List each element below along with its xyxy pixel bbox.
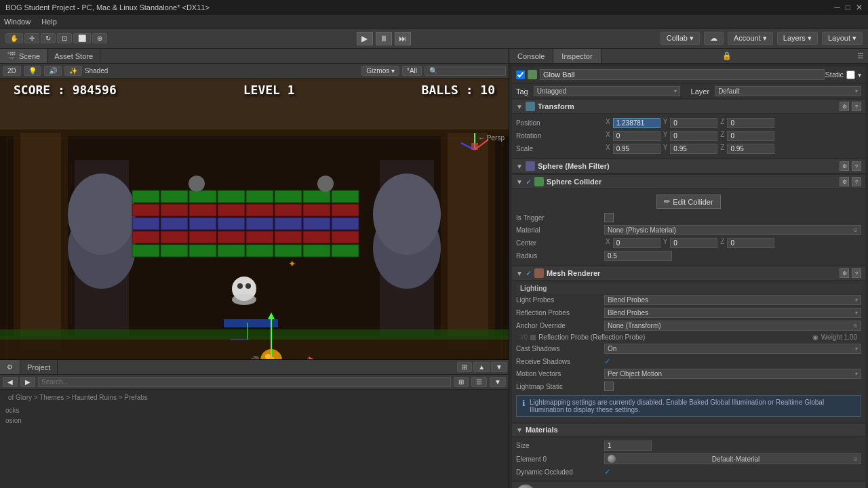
transform-header[interactable]: ▼ Transform ⚙ ? [512, 100, 865, 114]
reflection-probes-dropdown[interactable]: Blend Probes ▾ [604, 308, 861, 318]
reflection-probes-row: Reflection Probes Blend Probes ▾ [516, 306, 861, 319]
anchor-override-dropdown[interactable]: None (Transform) ⊙ [604, 321, 861, 331]
audio-toggle[interactable]: 🔊 [44, 66, 62, 76]
scale-x[interactable] [613, 144, 660, 154]
transform-settings[interactable]: ⚙ [840, 102, 849, 111]
receive-shadows-check[interactable] [604, 357, 610, 366]
transform-tool[interactable]: ⊕ [92, 33, 107, 43]
materials-header[interactable]: ▼ Materials [512, 424, 865, 436]
account-button[interactable]: Account ▾ [728, 32, 773, 45]
maximize-btn[interactable]: □ [846, 3, 850, 12]
lightmap-static-check[interactable] [604, 382, 614, 391]
step-button[interactable]: ⏭ [395, 32, 411, 45]
svg-rect-15 [132, 190, 159, 203]
svg-rect-6 [448, 133, 488, 350]
center-y[interactable] [670, 238, 717, 248]
sphere-collider-settings[interactable]: ⚙ [840, 177, 849, 186]
mesh-renderer-header[interactable]: ▼ ✓ Mesh Renderer ⚙ ? [512, 266, 865, 281]
transform-section: ▼ Transform ⚙ ? Position X Y [512, 100, 865, 158]
fwd-btn[interactable]: ▶ [20, 377, 35, 387]
rotation-y[interactable] [670, 131, 717, 141]
static-checkbox[interactable] [846, 70, 855, 79]
radius-input[interactable] [604, 251, 672, 261]
layers-button[interactable]: Layers ▾ [777, 32, 818, 45]
bottom-search-btn[interactable]: ▲ [473, 362, 490, 372]
bottom-more-btn[interactable]: ▼ [491, 362, 507, 372]
is-trigger-checkbox[interactable] [604, 213, 614, 222]
light-probes-dropdown[interactable]: Blend Probes ▾ [604, 295, 861, 305]
position-x[interactable] [613, 118, 660, 128]
tab-project[interactable]: Project [20, 360, 58, 374]
rect-tool[interactable]: ⬜ [73, 33, 91, 43]
rotate-tool[interactable]: ↻ [41, 33, 56, 43]
search-input[interactable] [38, 377, 451, 387]
collab-button[interactable]: Collab ▾ [660, 32, 700, 45]
bottom-expand-btn[interactable]: ⊞ [457, 362, 472, 372]
tag-dropdown[interactable]: Untagged ▾ [534, 86, 680, 96]
edit-collider-btn[interactable]: ✏ Edit Collider [656, 195, 720, 209]
inspector-menu-btn[interactable]: ☰ [853, 50, 868, 62]
mesh-filter-more[interactable]: ? [852, 161, 861, 171]
size-input[interactable] [604, 441, 652, 451]
list-view-btn[interactable]: ☰ [471, 377, 487, 387]
tab-asset-store[interactable]: Asset Store [47, 49, 100, 63]
mesh-filter-header[interactable]: ▼ Sphere (Mesh Filter) ⚙ ? [512, 159, 865, 174]
inspector-lock-btn[interactable]: 🔒 [718, 50, 736, 62]
menu-help[interactable]: Help [41, 18, 57, 26]
tab-console[interactable]: Console [509, 49, 553, 63]
gizmos-button[interactable]: Gizmos ▾ [361, 66, 399, 76]
game-view[interactable]: ✦ 🔊 SCORE : 984596 LEVEL 1 BALLS : 10 ← … [0, 79, 509, 359]
all-button[interactable]: *All [402, 66, 422, 76]
svg-rect-47 [132, 245, 159, 257]
layer-dropdown[interactable]: Default ▾ [715, 86, 861, 96]
scale-y[interactable] [670, 144, 717, 154]
rotation-z[interactable] [727, 131, 774, 141]
sphere-collider-header[interactable]: ▼ ✓ Sphere Collider ⚙ ? [512, 175, 865, 189]
2d-toggle[interactable]: 2D [3, 66, 21, 76]
sphere-collider-more[interactable]: ? [852, 177, 861, 186]
back-btn[interactable]: ◀ [3, 377, 18, 387]
level-text: LEVEL 1 [243, 83, 295, 97]
pause-button[interactable]: ⏸ [376, 32, 392, 45]
active-checkbox[interactable] [516, 70, 525, 79]
dynamic-occluded-check[interactable] [604, 468, 610, 476]
rotation-x[interactable] [613, 131, 660, 141]
weight-label: ◉ [812, 333, 818, 341]
transform-more[interactable]: ? [852, 102, 861, 111]
lighting-toggle[interactable]: 💡 [24, 66, 41, 76]
mesh-renderer-settings[interactable]: ⚙ [840, 268, 849, 278]
center-z[interactable] [727, 238, 774, 248]
tab-inspector[interactable]: Inspector [553, 49, 601, 63]
center-x[interactable] [613, 238, 660, 248]
toolbar-right: Collab ▾ ☁ Account ▾ Layers ▾ Layout ▾ [660, 32, 863, 45]
hand-tool[interactable]: ✋ [5, 33, 23, 43]
scale-tool[interactable]: ⊡ [57, 33, 72, 43]
close-btn[interactable]: ✕ [856, 3, 863, 12]
play-button[interactable]: ▶ [357, 32, 373, 45]
cast-shadows-dropdown[interactable]: On ▾ [604, 344, 861, 354]
motion-vectors-dropdown[interactable]: Per Object Motion ▾ [604, 369, 861, 379]
object-name-input[interactable] [540, 69, 825, 80]
svg-rect-33 [189, 218, 216, 230]
window-controls[interactable]: ─ □ ✕ [834, 3, 863, 12]
tab-scene[interactable]: 🎬 Scene [0, 49, 47, 63]
mesh-filter-settings[interactable]: ⚙ [840, 161, 849, 171]
menu-window[interactable]: Window [4, 18, 31, 26]
position-z[interactable] [727, 118, 774, 128]
scene-search[interactable] [425, 66, 506, 76]
effects-toggle[interactable]: ✨ [64, 66, 82, 76]
grid-view-btn[interactable]: ⊞ [454, 377, 469, 387]
mesh-renderer-more[interactable]: ? [852, 268, 861, 278]
layout-button[interactable]: Layout ▾ [822, 32, 863, 45]
position-y[interactable] [670, 118, 717, 128]
scale-z[interactable] [727, 144, 774, 154]
cloud-button[interactable]: ☁ [704, 32, 724, 45]
material-dropdown[interactable]: None (Physic Material) ⊙ [604, 225, 861, 235]
svg-rect-51 [246, 245, 273, 257]
element0-dropdown[interactable]: Default-Material ⊙ [604, 453, 861, 464]
transform-title: Transform [538, 102, 574, 110]
minimize-btn[interactable]: ─ [834, 3, 840, 12]
tab-unknown[interactable]: ⚙ [0, 360, 20, 374]
move-tool[interactable]: ✛ [24, 33, 39, 43]
filter-btn[interactable]: ▼ [490, 377, 506, 387]
